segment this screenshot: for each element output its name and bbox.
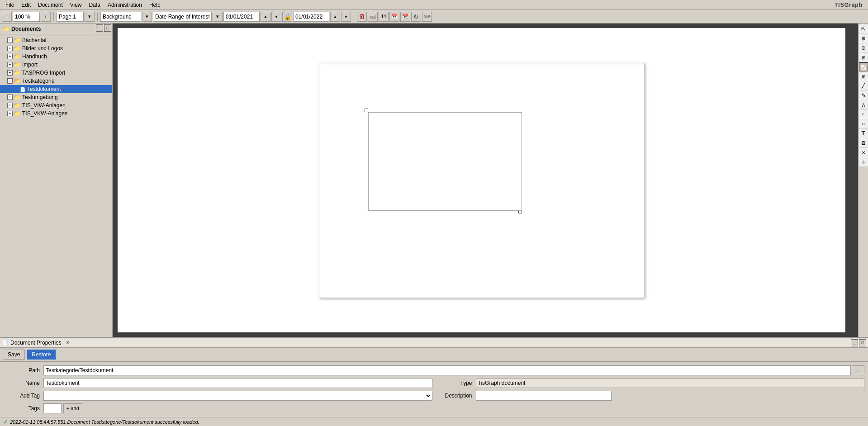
menu-help[interactable]: Help — [146, 1, 164, 9]
expand-tis-vkw[interactable]: + — [7, 111, 13, 116]
separator-3 — [354, 12, 354, 21]
tool-table[interactable]: ⊞ — [859, 53, 868, 62]
zoom-minus-btn[interactable]: − — [2, 12, 12, 22]
calendar-btn-1[interactable]: 🗓 — [357, 12, 367, 22]
zoom-input[interactable] — [13, 12, 40, 22]
tree-item-tis-vkw[interactable]: + 📁 TIS_VKW-Anlagen — [0, 109, 112, 118]
expand-bilder[interactable]: + — [7, 46, 13, 51]
separator-1 — [53, 12, 54, 21]
type-label: Type — [436, 380, 472, 386]
tree-item-bachental[interactable]: + 📁 Bächental — [0, 36, 112, 44]
label-tis-viw: TIS_VIW-Anlagen — [22, 102, 66, 109]
tool-line[interactable]: ╱ — [859, 81, 868, 90]
tags-input — [43, 403, 62, 413]
date-range-dropdown-btn[interactable]: ▾ — [213, 12, 223, 22]
menu-view[interactable]: View — [66, 1, 85, 9]
name-input[interactable] — [43, 378, 432, 388]
menu-document[interactable]: Document — [34, 1, 66, 9]
extra-btn[interactable]: ✕⊕ — [422, 12, 432, 22]
tree-item-tasprog[interactable]: + 📁 TASPROG Import — [0, 69, 112, 77]
panel-maximize-btn[interactable]: □ — [104, 24, 111, 32]
tool-circle[interactable]: ○ — [859, 119, 868, 128]
menu-edit[interactable]: Edit — [18, 1, 34, 9]
date-end-down[interactable]: ▼ — [341, 12, 351, 22]
doc-props-panel: 📄 Document Properties ✕ _ □ Save Restore… — [0, 338, 868, 417]
tool-chart[interactable]: 📈 — [859, 62, 868, 71]
calendar-btn-14[interactable]: 14 — [379, 12, 389, 22]
lock-btn[interactable]: 🔒 — [282, 12, 292, 22]
menu-administration[interactable]: Administration — [104, 1, 146, 9]
expand-tasprog[interactable]: + — [7, 70, 13, 76]
tool-delete[interactable]: ✕ — [859, 148, 868, 157]
props-maximize-btn[interactable]: □ — [859, 339, 866, 346]
documents-icon: 📁 — [3, 26, 9, 32]
add-tag-row — [43, 391, 432, 401]
date-end-up[interactable]: ▲ — [330, 12, 340, 22]
name-label: Name — [4, 380, 40, 386]
doc-icon-testdokument: 📄 — [20, 87, 25, 92]
tool-zoom-out[interactable]: ⊖ — [859, 43, 868, 52]
expand-import[interactable]: + — [7, 62, 13, 67]
tool-pencil[interactable]: ✎ — [859, 91, 868, 100]
description-input[interactable] — [476, 391, 612, 401]
save-btn[interactable]: Save — [3, 350, 25, 360]
label-testdokument: Testdokument — [27, 86, 61, 92]
folder-icon-testumgebung: 📁 — [14, 94, 20, 100]
tool-arc[interactable]: ◜ — [859, 110, 868, 119]
tree-item-testdokument[interactable]: 📄 Testdokument — [0, 85, 112, 93]
calendar-btn-3[interactable]: 📅 — [389, 12, 399, 22]
path-input[interactable] — [43, 365, 851, 375]
background-input[interactable] — [100, 12, 141, 22]
tree-item-testkategorie[interactable]: − 📂 Testkategorie — [0, 77, 112, 85]
add-tag-select[interactable] — [43, 391, 432, 401]
calendar-btn-2[interactable]: cal — [368, 12, 378, 22]
expand-testkategorie[interactable]: − — [7, 78, 13, 84]
expand-handbuch[interactable]: + — [7, 54, 13, 59]
tool-zoom-in[interactable]: ⊕ — [859, 34, 868, 43]
date-start-up[interactable]: ▲ — [261, 12, 270, 22]
tree-item-tis-viw[interactable]: + 📁 TIS_VIW-Anlagen — [0, 101, 112, 109]
tree-item-testumgebung[interactable]: + 📁 Testumgebung — [0, 93, 112, 101]
zoom-plus-btn[interactable]: + — [41, 12, 51, 22]
folder-icon-tis-viw: 📁 — [14, 102, 20, 109]
tool-multi-line[interactable]: ⋀ — [859, 100, 868, 109]
panel-minimize-btn[interactable]: _ — [96, 24, 103, 32]
doc-props-icon: 📄 — [2, 340, 9, 346]
path-browse-btn[interactable]: ... — [852, 365, 864, 375]
canvas-page — [319, 63, 645, 298]
doc-props-title: 📄 Document Properties ✕ — [2, 340, 70, 346]
left-panel: 📁 Documents _ □ + 📁 Bächental + 📁 Bilder… — [0, 24, 113, 337]
refresh-btn[interactable]: ↻ — [411, 12, 421, 22]
tree-item-bilder[interactable]: + 📁 Bilder und Logos — [0, 44, 112, 52]
doc-props-header: 📄 Document Properties ✕ _ □ — [0, 338, 868, 348]
background-dropdown-btn[interactable]: ▾ — [142, 12, 152, 22]
main-area: 📁 Documents _ □ + 📁 Bächental + 📁 Bilder… — [0, 24, 868, 337]
menu-data[interactable]: Data — [85, 1, 104, 9]
date-start-down[interactable]: ▼ — [271, 12, 281, 22]
separator-2 — [97, 12, 98, 21]
tree-item-import[interactable]: + 📁 Import — [0, 61, 112, 69]
add-tag-label: Add Tag — [4, 393, 40, 399]
tool-image[interactable]: 🖼 — [859, 138, 868, 147]
calendar-btn-4[interactable]: 📆 — [400, 12, 410, 22]
selection-handle-tl[interactable] — [365, 109, 368, 112]
expand-testumgebung[interactable]: + — [7, 95, 13, 100]
tool-other[interactable]: ⊹ — [859, 157, 868, 166]
tool-text[interactable]: T — [859, 129, 868, 138]
expand-bachental[interactable]: + — [7, 38, 13, 43]
props-minimize-btn[interactable]: _ — [851, 339, 858, 346]
tab-close-btn[interactable]: ✕ — [66, 340, 70, 345]
restore-btn[interactable]: Restore — [27, 350, 56, 360]
tags-add-btn[interactable]: + add — [63, 403, 82, 413]
tool-grid[interactable]: ⊞ — [859, 72, 868, 81]
menu-file[interactable]: File — [2, 1, 18, 9]
tree-item-handbuch[interactable]: + 📁 Handbuch — [0, 52, 112, 61]
date-range-input[interactable] — [153, 12, 212, 22]
right-tools-panel: ⇱ ⊕ ⊖ ⊞ 📈 ⊞ ╱ ✎ ⋀ ◜ ○ T 🖼 ✕ ⊹ — [858, 24, 868, 337]
expand-tis-viw[interactable]: + — [7, 103, 13, 108]
date-start-input[interactable] — [223, 12, 260, 22]
tool-pointer[interactable]: ⇱ — [859, 24, 868, 33]
page-input[interactable] — [57, 12, 84, 22]
page-dropdown-btn[interactable]: ▾ — [85, 12, 95, 22]
date-end-input[interactable] — [293, 12, 329, 22]
